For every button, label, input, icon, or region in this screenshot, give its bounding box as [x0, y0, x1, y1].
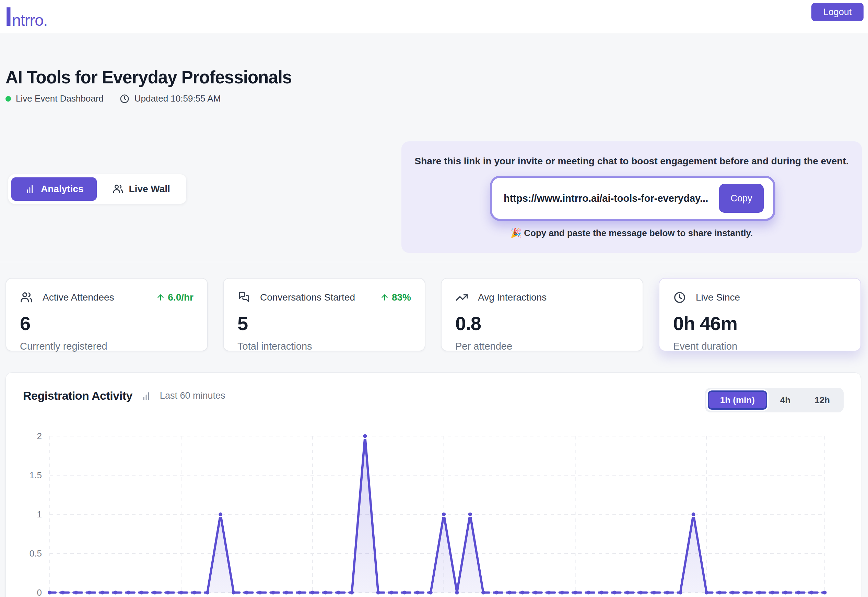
- range-button-1h[interactable]: 1h (min): [708, 391, 767, 410]
- logout-button[interactable]: Logout: [812, 3, 864, 21]
- stat-label: Live Since: [696, 292, 740, 303]
- share-link-panel: Share this link in your invite or meetin…: [401, 141, 862, 253]
- stat-value: 5: [237, 312, 411, 334]
- stat-card-live-since: Live Since 0h 46m Event duration: [659, 278, 861, 351]
- stat-label: Avg Interactions: [478, 292, 546, 303]
- range-button-4h[interactable]: 4h: [769, 391, 801, 410]
- stat-sublabel: Event duration: [673, 341, 847, 352]
- live-status-dot: [6, 96, 11, 102]
- stat-value: 0.8: [455, 312, 629, 334]
- arrow-up-icon: [380, 293, 389, 302]
- stat-card-conversations-started: Conversations Started 83% 5 Total intera…: [223, 278, 426, 351]
- event-status-row: Live Event Dashboard Updated 10:59:55 AM: [6, 93, 221, 104]
- svg-text:0.5: 0.5: [30, 548, 42, 558]
- tab-live-wall-label: Live Wall: [129, 184, 170, 195]
- mini-bar-chart-icon: [141, 391, 151, 401]
- tab-live-wall[interactable]: Live Wall: [99, 177, 183, 201]
- tab-analytics-label: Analytics: [41, 184, 84, 195]
- share-url-input[interactable]: https://www.intrro.ai/ai-tools-for-every…: [492, 193, 719, 204]
- stat-value: 6: [20, 312, 193, 334]
- intrro-logo[interactable]: Intrro.: [5, 3, 47, 34]
- users-icon: [20, 291, 33, 304]
- chat-bubbles-icon: [237, 291, 251, 304]
- svg-text:0: 0: [37, 587, 42, 597]
- section-divider: [0, 262, 868, 262]
- stat-badge-value: 6.0/hr: [168, 292, 193, 303]
- svg-text:1: 1: [37, 509, 42, 520]
- top-header-bar: Intrro. Logout: [0, 0, 868, 33]
- stat-card-active-attendees: Active Attendees 6.0/hr 6 Currently regi…: [6, 278, 208, 351]
- chart-title: Registration Activity: [23, 389, 132, 402]
- stat-trend-badge: 6.0/hr: [156, 292, 193, 303]
- svg-text:1.5: 1.5: [30, 470, 42, 480]
- chart-subtitle: Last 60 minutes: [160, 391, 226, 401]
- live-status-label: Live Event Dashboard: [16, 93, 104, 104]
- stat-sublabel: Currently registered: [20, 341, 193, 352]
- stat-badge-value: 83%: [392, 292, 411, 303]
- clock-icon: [673, 291, 686, 304]
- share-heading: Share this link in your invite or meetin…: [401, 156, 862, 167]
- arrow-up-icon: [156, 293, 165, 302]
- stat-sublabel: Per attendee: [455, 341, 629, 352]
- tab-analytics[interactable]: Analytics: [11, 177, 97, 201]
- stat-label: Conversations Started: [260, 292, 355, 303]
- copy-link-button[interactable]: Copy: [719, 184, 764, 213]
- stat-label: Active Attendees: [43, 292, 114, 303]
- svg-text:2: 2: [37, 431, 42, 441]
- stat-card-avg-interactions: Avg Interactions 0.8 Per attendee: [441, 278, 643, 351]
- bar-chart-icon: [24, 184, 35, 195]
- share-url-box: https://www.intrro.ai/ai-tools-for-every…: [490, 176, 775, 221]
- view-switcher-tabs: Analytics Live Wall: [8, 174, 186, 204]
- stat-value: 0h 46m: [673, 312, 847, 334]
- users-group-icon: [113, 184, 123, 195]
- share-tip-text: 🎉 Copy and paste the message below to sh…: [401, 228, 862, 238]
- trending-up-icon: [455, 291, 468, 304]
- page-title: AI Tools for Everyday Professionals: [6, 67, 292, 88]
- time-range-selector: 1h (min) 4h 12h: [705, 388, 844, 413]
- stat-trend-badge: 83%: [380, 292, 411, 303]
- range-button-12h[interactable]: 12h: [804, 391, 841, 410]
- registration-activity-line-chart: 00.511.52: [0, 427, 868, 597]
- clock-icon: [119, 94, 130, 104]
- stat-sublabel: Total interactions: [237, 341, 411, 352]
- updated-timestamp: Updated 10:59:55 AM: [135, 93, 221, 104]
